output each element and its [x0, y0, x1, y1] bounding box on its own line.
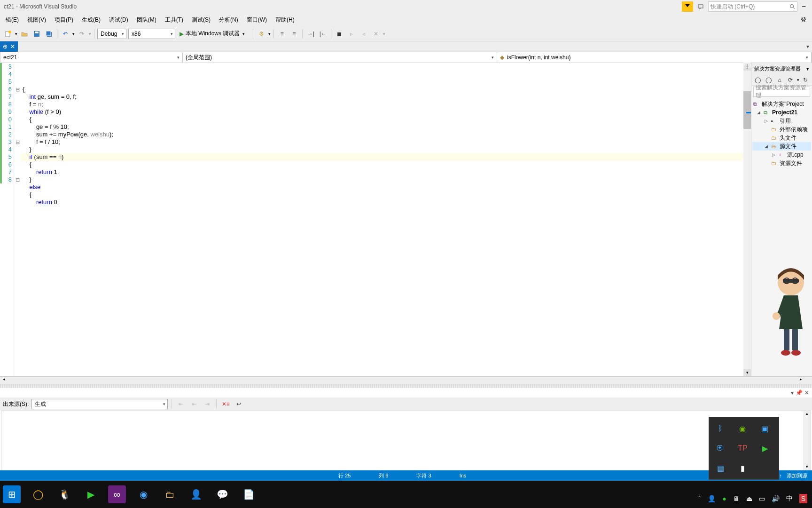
document-tab[interactable]: ⊕ ✕: [0, 41, 18, 52]
undo-button[interactable]: ↶: [60, 29, 70, 39]
menu-help[interactable]: 帮助(H): [272, 14, 298, 26]
notification-flag-icon[interactable]: [682, 1, 693, 12]
taskbar-app-2[interactable]: 👤: [187, 485, 205, 503]
comment-button[interactable]: ≡: [277, 29, 287, 39]
taskbar-qq[interactable]: 🐧: [55, 485, 73, 503]
undo-dropdown[interactable]: ▾: [72, 32, 75, 36]
output-prev[interactable]: ⇤: [189, 399, 199, 409]
redo-dropdown[interactable]: ▾: [89, 32, 91, 36]
bookmark-button[interactable]: ◼: [334, 29, 344, 39]
menu-debug[interactable]: 调试(D): [105, 14, 132, 26]
editor-h-scrollbar[interactable]: ◂ ▸: [0, 376, 812, 384]
output-goto[interactable]: ⇤: [176, 399, 186, 409]
start-button[interactable]: ⊞: [3, 485, 21, 503]
menu-analyze[interactable]: 分析(N): [215, 14, 242, 26]
nav-scope-combo[interactable]: ect21: [0, 52, 183, 63]
tray-usb-icon[interactable]: ⏏: [746, 495, 752, 502]
output-panel: ▾ 📌 ✕ 出来源(S): 生成 ⇤ ⇤ ⇥ ✕≡ ↩ ▴ ▾: [0, 384, 812, 473]
output-text[interactable]: ▴ ▾: [1, 411, 811, 472]
assistant-character[interactable]: [770, 263, 812, 357]
system-tray-popup: ᛒ ◉ ▣ ⛨ TP ▶ ▤ ▮: [709, 417, 779, 480]
tray-app-1[interactable]: ▣: [758, 422, 772, 435]
save-button[interactable]: [31, 29, 42, 39]
fold-column[interactable]: ⊟⊟⊟: [14, 63, 21, 376]
outdent-button[interactable]: |←: [318, 29, 328, 39]
save-all-button[interactable]: [44, 29, 54, 39]
taskbar-wechat[interactable]: 💬: [213, 485, 231, 503]
tree-node-sources[interactable]: ◢🗁源文件: [752, 142, 811, 151]
status-line: 行 25: [324, 472, 365, 479]
publish-icon[interactable]: ↑: [780, 473, 782, 478]
tray-wechat-icon[interactable]: ●: [722, 495, 726, 502]
tray-monitor-icon[interactable]: 🖥: [733, 495, 740, 502]
folder-icon: 🗀: [771, 160, 778, 166]
status-add-source[interactable]: 添加到源: [787, 472, 807, 479]
tray-battery-icon[interactable]: ▭: [759, 495, 765, 502]
tray-person-icon[interactable]: 👤: [708, 495, 716, 502]
feedback-icon[interactable]: [695, 1, 706, 12]
uncomment-button[interactable]: ≡: [289, 29, 299, 39]
tray-up-icon[interactable]: ˄: [698, 495, 701, 502]
bluetooth-icon[interactable]: ᛒ: [714, 422, 727, 435]
tray-volume-icon[interactable]: 🔊: [772, 495, 780, 502]
shield-icon[interactable]: ⛨: [714, 442, 727, 455]
tp-icon[interactable]: TP: [736, 442, 749, 455]
taskbar-video[interactable]: ▶: [82, 485, 100, 503]
panel-close[interactable]: ✕: [804, 389, 809, 396]
output-wrap[interactable]: ↩: [234, 399, 244, 409]
tray-ime[interactable]: 中: [786, 494, 793, 503]
platform-combo[interactable]: x86: [128, 29, 175, 39]
tray-app-2[interactable]: ▤: [714, 461, 727, 475]
svg-rect-8: [46, 31, 51, 36]
taskbar-browser[interactable]: ◉: [134, 485, 152, 503]
nvidia-icon[interactable]: ◉: [736, 422, 749, 435]
svg-point-17: [791, 350, 801, 356]
nav-member-combo[interactable]: ◆isFlower(int n, int weishu): [497, 52, 812, 63]
tool-icon-1[interactable]: ⚙: [256, 29, 266, 39]
menu-view[interactable]: 视图(V): [23, 14, 50, 26]
taskbar-app-1[interactable]: ◯: [29, 485, 47, 503]
taskbar-vs[interactable]: ∞: [108, 485, 126, 503]
menu-edit[interactable]: 辑(E): [2, 14, 23, 26]
login-button[interactable]: 登: [797, 14, 810, 26]
menu-team[interactable]: 团队(M): [133, 14, 160, 26]
minimize-button[interactable]: ━: [799, 3, 808, 10]
solution-tree[interactable]: ⧉解决方案"Project ◢⧉Project21 ▷▪引用 🗀外部依赖项 🗀头…: [751, 98, 812, 169]
bookmark-clear[interactable]: ✕: [371, 29, 381, 39]
output-clear[interactable]: ✕≡: [220, 399, 231, 409]
play-icon[interactable]: ▶: [758, 442, 772, 455]
windows-taskbar: ⊞ ◯ 🐧 ▶ ∞ ◉ 🗀 👤 💬 📄: [0, 481, 812, 508]
tray-sogou-icon[interactable]: S: [799, 494, 807, 503]
scroll-down-button[interactable]: ▾: [743, 369, 751, 376]
taskbar-explorer[interactable]: 🗀: [161, 485, 179, 503]
solution-search-input[interactable]: 搜索解决方案资源管理: [753, 87, 810, 97]
menu-build[interactable]: 生成(B): [78, 14, 104, 26]
tray-app-3[interactable]: ▮: [736, 461, 749, 475]
menu-window[interactable]: 窗口(W): [243, 14, 271, 26]
bookmark-prev[interactable]: ◃: [359, 29, 369, 39]
panel-options[interactable]: ▾: [791, 389, 794, 396]
quick-launch-input[interactable]: 快速启动 (Ctrl+Q): [708, 1, 797, 12]
nav-type-combo[interactable]: (全局范围): [183, 52, 497, 63]
output-source-combo[interactable]: 生成: [31, 399, 168, 409]
new-dropdown[interactable]: ▾: [15, 32, 17, 36]
menu-tools[interactable]: 工具(T): [161, 14, 187, 26]
config-combo[interactable]: Debug: [97, 29, 126, 39]
output-next[interactable]: ⇥: [202, 399, 212, 409]
taskbar-notes[interactable]: 📄: [240, 485, 258, 503]
menu-project[interactable]: 项目(P): [51, 14, 77, 26]
open-button[interactable]: [19, 29, 30, 39]
indent-button[interactable]: →|: [305, 29, 316, 39]
start-debug-button[interactable]: ▶ 本地 Windows 调试器 ▾: [177, 29, 250, 39]
tab-overflow-button[interactable]: ▾: [804, 43, 812, 50]
pin-icon[interactable]: ⊕: [3, 43, 8, 50]
panel-pin[interactable]: 📌: [796, 389, 803, 396]
panel-dropdown[interactable]: ▾: [806, 66, 809, 72]
close-tab-button[interactable]: ✕: [10, 43, 15, 50]
split-handle[interactable]: ╪: [743, 63, 751, 68]
menu-test[interactable]: 测试(S): [188, 14, 214, 26]
bookmark-next[interactable]: ▹: [346, 29, 357, 39]
code-editor[interactable]: 3456789012345678 ⊟⊟⊟ { int ge, sum = 0, …: [0, 63, 751, 376]
new-button[interactable]: [3, 29, 13, 39]
redo-button[interactable]: ↷: [77, 29, 87, 39]
